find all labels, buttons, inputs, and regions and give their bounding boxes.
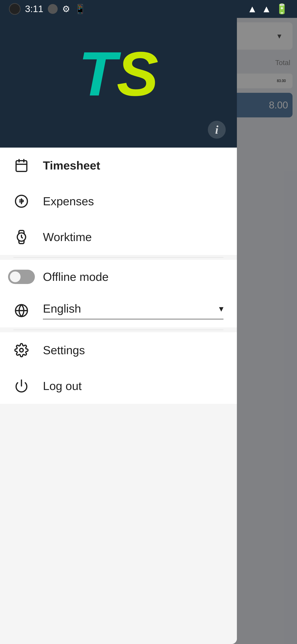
status-time: 3:11	[25, 4, 43, 14]
language-dropdown-arrow: ▾	[219, 304, 224, 314]
dollar-circle-icon	[13, 193, 29, 209]
toggle-switch[interactable]	[8, 270, 35, 284]
globe-icon	[13, 302, 29, 319]
navigation-drawer: TS i Timesheet	[0, 0, 237, 644]
offline-mode-toggle[interactable]: Offline mode	[0, 260, 237, 294]
status-bar-right: ▲ ▲ 🔋	[247, 3, 288, 15]
logo: TS	[78, 42, 158, 105]
svg-rect-0	[16, 161, 27, 172]
battery-icon: 🔋	[276, 3, 288, 15]
offline-mode-icon	[13, 269, 29, 285]
toggle-thumb	[10, 272, 20, 282]
status-bar-left: 3:11 ⚙ 📱	[9, 3, 86, 15]
language-select-wrapper[interactable]: English ▾	[43, 302, 224, 319]
offline-mode-label: Offline mode	[43, 270, 224, 284]
signal-icon: ▲	[262, 3, 271, 14]
gear-icon	[13, 342, 29, 358]
watch-icon	[13, 229, 29, 245]
language-selector[interactable]: English ▾	[0, 294, 237, 327]
info-button[interactable]: i	[208, 121, 226, 139]
language-select-display: English ▾	[43, 302, 224, 319]
logo-t: T	[78, 39, 117, 109]
logo-s: S	[117, 39, 158, 109]
drawer-header: TS i	[0, 0, 237, 148]
wifi-icon: ▲	[247, 3, 257, 14]
sidebar-item-settings[interactable]: Settings	[0, 332, 237, 368]
logo-text: TS	[78, 39, 158, 109]
sidebar-item-timesheet[interactable]: Timesheet	[0, 148, 237, 183]
svg-point-9	[20, 348, 23, 352]
divider-2	[13, 330, 224, 330]
calendar-icon	[13, 158, 29, 174]
sidebar-item-worktime[interactable]: Worktime	[0, 219, 237, 255]
sim-icon: 📱	[75, 4, 86, 14]
power-icon	[13, 378, 29, 394]
settings-status-icon: ⚙	[62, 4, 70, 14]
status-bar: 3:11 ⚙ 📱 ▲ ▲ 🔋	[0, 0, 297, 18]
logout-label: Log out	[43, 379, 82, 393]
worktime-label: Worktime	[43, 230, 92, 244]
language-value: English	[43, 302, 81, 315]
sidebar-item-logout[interactable]: Log out	[0, 368, 237, 404]
timesheet-label: Timesheet	[43, 159, 100, 172]
notification-icon	[48, 4, 58, 14]
sidebar-item-expenses[interactable]: Expenses	[0, 183, 237, 219]
circle-icon	[9, 3, 20, 15]
settings-label: Settings	[43, 344, 85, 357]
info-icon: i	[215, 123, 218, 136]
divider-1	[13, 257, 224, 258]
expenses-label: Expenses	[43, 194, 94, 208]
drawer-body: Timesheet Expenses Worktim	[0, 148, 237, 644]
